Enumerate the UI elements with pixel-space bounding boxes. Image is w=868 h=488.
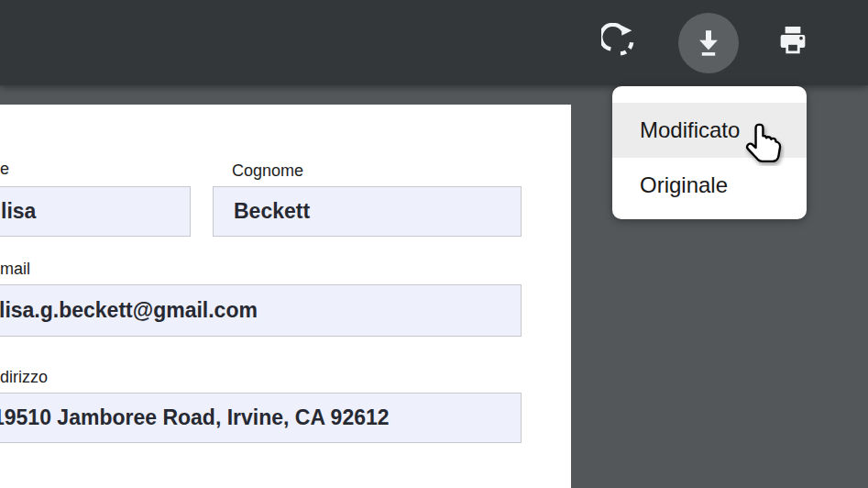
pdf-toolbar	[0, 0, 868, 85]
first-name-field[interactable]: lisa	[0, 186, 191, 237]
address-value: 19510 Jamboree Road, Irvine, CA 92612	[0, 405, 390, 430]
first-name-label: e	[0, 160, 9, 179]
last-name-field[interactable]: Beckett	[213, 186, 522, 237]
print-button[interactable]	[771, 19, 815, 63]
rotate-button[interactable]	[598, 20, 642, 64]
email-value: lisa.g.beckett@gmail.com	[0, 298, 258, 323]
address-label: dirizzo	[0, 368, 48, 387]
rotate-clockwise-icon	[601, 23, 638, 62]
menu-item-modified[interactable]: Modificato	[612, 103, 807, 158]
print-icon	[775, 22, 811, 61]
pdf-viewer-window: { "colors": { "toolbar-bg": "#34373a", "…	[0, 0, 868, 488]
download-icon	[692, 26, 725, 61]
menu-item-original[interactable]: Originale	[612, 158, 807, 213]
last-name-value: Beckett	[214, 199, 310, 224]
email-label: mail	[0, 260, 30, 279]
last-name-label: Cognome	[232, 161, 303, 181]
download-button[interactable]	[678, 13, 739, 73]
first-name-value: lisa	[0, 199, 36, 224]
address-field[interactable]: 19510 Jamboree Road, Irvine, CA 92612	[0, 393, 522, 443]
download-menu: Modificato Originale	[612, 86, 807, 219]
email-field[interactable]: lisa.g.beckett@gmail.com	[0, 284, 522, 337]
